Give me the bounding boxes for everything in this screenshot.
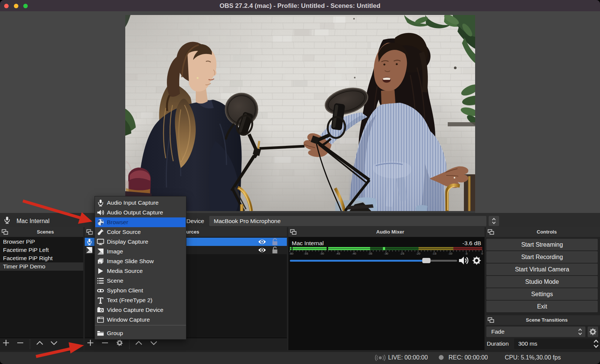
svg-text:-60: -60	[289, 252, 294, 255]
svg-text:-15: -15	[432, 252, 436, 255]
svg-text:-45: -45	[336, 252, 340, 255]
svg-text:-20: -20	[416, 252, 420, 255]
svg-text:-10: -10	[448, 252, 453, 255]
svg-text:-55: -55	[304, 252, 308, 255]
svg-text:-50: -50	[320, 252, 324, 255]
svg-text:0: 0	[482, 252, 483, 255]
svg-text:-25: -25	[400, 252, 404, 255]
svg-text:-5: -5	[465, 252, 468, 255]
svg-text:-30: -30	[384, 252, 388, 255]
svg-text:-40: -40	[352, 252, 356, 255]
svg-text:-35: -35	[368, 252, 372, 255]
